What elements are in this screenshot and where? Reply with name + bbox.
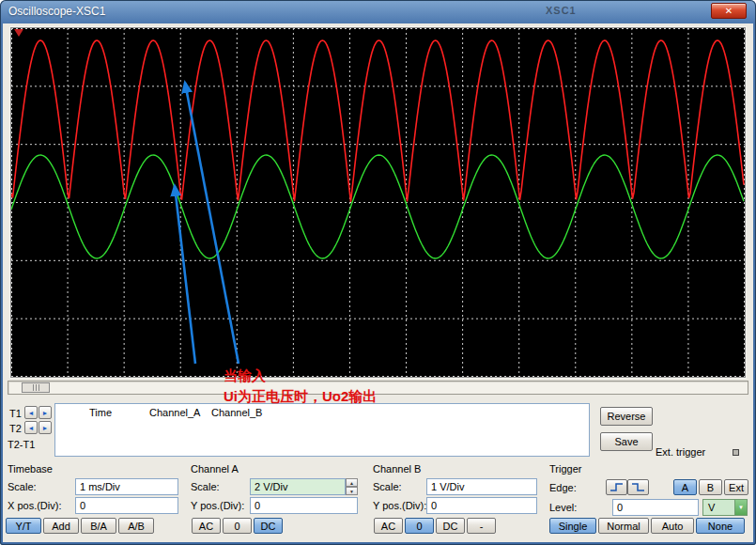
oscilloscope-window: Oscilloscope-XSC1 XSC1 ✕ 当输入 Ui为正电压时，Uo2… [0,0,756,545]
channel-a-scale-label: Scale: [191,481,220,492]
close-button[interactable]: ✕ [711,3,747,19]
window-title: Oscilloscope-XSC1 [8,5,105,18]
t2-left-button[interactable]: ◄ [24,421,38,434]
trigger-normal-button[interactable]: Normal [598,518,649,534]
add-button[interactable]: Add [43,518,79,534]
timebase-scale-label: Scale: [8,481,37,492]
channel-b-title: Channel B [373,463,421,475]
column-time: Time [89,407,112,418]
t1-right-button[interactable]: ► [39,406,52,419]
t2-right-button[interactable]: ► [39,421,52,434]
trigger-source-a-button[interactable]: A [673,479,697,495]
channel-a-zero-button[interactable]: 0 [223,518,252,534]
trigger-single-button[interactable]: Single [549,518,596,534]
dropdown-arrow-icon[interactable]: ▼ [734,500,747,515]
scope-screen [10,27,746,378]
left-arrow-icon: ◄ [28,425,35,431]
t2-t1-label: T2-T1 [8,439,35,450]
t1-left-button[interactable]: ◄ [24,406,38,419]
annotation-line1: 当输入 [224,366,377,386]
scrollbar-thumb[interactable] [22,382,50,393]
channel-b-scale-input[interactable]: 1 V/Div [426,478,537,495]
trigger-level-label: Level: [549,502,577,513]
channel-b-dc-button[interactable]: DC [436,518,465,534]
trigger-unit-dropdown[interactable]: V ▼ [702,499,748,516]
column-channel-b: Channel_B [211,407,262,418]
right-arrow-icon: ► [42,410,49,416]
ext-trigger-terminal [733,449,739,456]
channel-a-ac-button[interactable]: AC [192,518,221,534]
timebase-xpos-input[interactable]: 0 [75,497,178,514]
timebase-xpos-label: X pos.(Div): [8,500,61,511]
channel-a-scale-input[interactable]: 2 V/Div [250,478,346,495]
trigger-auto-button[interactable]: Auto [651,518,694,534]
channel-b-invert-button[interactable]: - [467,518,496,534]
trigger-edge-label: Edge: [549,482,577,493]
trigger-source-b-button[interactable]: B [699,479,722,495]
right-arrow-icon: ► [42,425,49,431]
trigger-title: Trigger [549,463,581,475]
t1-label: T1 [9,408,22,419]
falling-edge-button[interactable] [627,479,649,495]
falling-edge-icon [631,482,645,492]
channel-b-ypos-label: Y pos.(Div): [373,500,426,511]
scope-scrollbar[interactable] [8,381,748,395]
channel-a-title: Channel A [191,463,239,475]
trigger-level-input[interactable]: 0 [612,499,699,516]
timebase-title: Timebase [8,463,53,475]
channel-a-scale-spinner[interactable]: ▲ ▼ [346,478,358,495]
measurement-readout: Time Channel_A Channel_B [54,403,590,457]
schematic-label-xsc1: XSC1 [546,5,577,16]
scope-display [11,28,745,377]
save-button[interactable]: Save [600,432,653,451]
rising-edge-icon [609,482,624,492]
trigger-none-button[interactable]: None [696,518,745,534]
channel-b-ypos-input[interactable]: 0 [426,497,537,514]
channel-a-ypos-label: Y pos.(Div): [191,500,244,511]
ba-button[interactable]: B/A [81,518,116,534]
annotation-line2: Ui为正电压时，Uo2输出 [224,386,377,407]
close-icon: ✕ [725,6,733,16]
trigger-unit-value: V [703,500,734,515]
yt-button[interactable]: Y/T [6,518,41,534]
ab-button[interactable]: A/B [118,518,154,534]
annotation-text: 当输入 Ui为正电压时，Uo2输出 [224,366,377,407]
channel-a-dc-button[interactable]: DC [254,518,283,534]
channel-a-ypos-input[interactable]: 0 [250,497,358,514]
channel-b-zero-button[interactable]: 0 [405,518,434,534]
channel-b-scale-label: Scale: [373,481,402,492]
timebase-scale-input[interactable]: 1 ms/Div [75,478,178,495]
spinner-up-icon[interactable]: ▲ [346,478,358,487]
left-arrow-icon: ◄ [28,410,35,416]
ext-trigger-label: Ext. trigger [656,446,705,458]
trigger-source-ext-button[interactable]: Ext [724,479,748,495]
cursor-marker-icon [14,29,23,37]
rising-edge-button[interactable] [606,479,627,495]
channel-b-ac-button[interactable]: AC [374,518,403,534]
column-channel-a: Channel_A [149,407,200,418]
spinner-down-icon[interactable]: ▼ [346,487,358,495]
t2-label: T2 [9,423,22,434]
reverse-button[interactable]: Reverse [600,407,653,426]
